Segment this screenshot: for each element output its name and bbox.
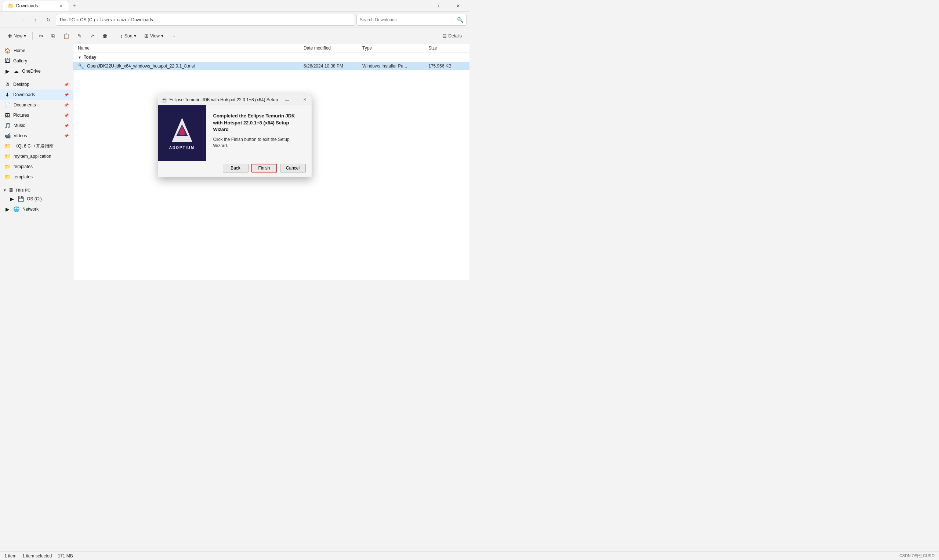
- dialog-app-icon: ☕: [161, 97, 168, 103]
- dialog-minimize-btn[interactable]: —: [284, 96, 291, 103]
- finish-btn[interactable]: Finish: [251, 164, 277, 172]
- logo-text: ADOPTIUM: [169, 146, 194, 150]
- dialog-restore-btn[interactable]: □: [292, 96, 300, 103]
- dialog-titlebar: ☕ Eclipse Temurin JDK with Hotspot 22.0.…: [158, 94, 312, 105]
- logo-svg: [171, 117, 193, 143]
- dialog-overlay: ☕ Eclipse Temurin JDK with Hotspot 22.0.…: [0, 0, 469, 271]
- dialog-sidebar: ADOPTIUM: [158, 105, 206, 160]
- dialog-heading: Completed the Eclipse Temurin JDK with H…: [213, 113, 304, 133]
- setup-dialog: ☕ Eclipse Temurin JDK with Hotspot 22.0.…: [158, 94, 312, 177]
- dialog-close-btn[interactable]: ✕: [302, 96, 309, 103]
- adoptium-logo: ADOPTIUM: [169, 117, 194, 150]
- dialog-description: Click the Finish button to exit the Setu…: [213, 137, 304, 149]
- dialog-footer: Back Finish Cancel: [158, 161, 312, 177]
- cancel-btn[interactable]: Cancel: [280, 164, 306, 172]
- back-btn[interactable]: Back: [223, 164, 248, 172]
- dialog-body: ADOPTIUM Completed the Eclipse Temurin J…: [158, 105, 312, 160]
- dialog-controls: — □ ✕: [284, 96, 309, 103]
- dialog-content: Completed the Eclipse Temurin JDK with H…: [206, 105, 312, 160]
- dialog-title: Eclipse Temurin JDK with Hotspot 22.0.1+…: [169, 97, 284, 102]
